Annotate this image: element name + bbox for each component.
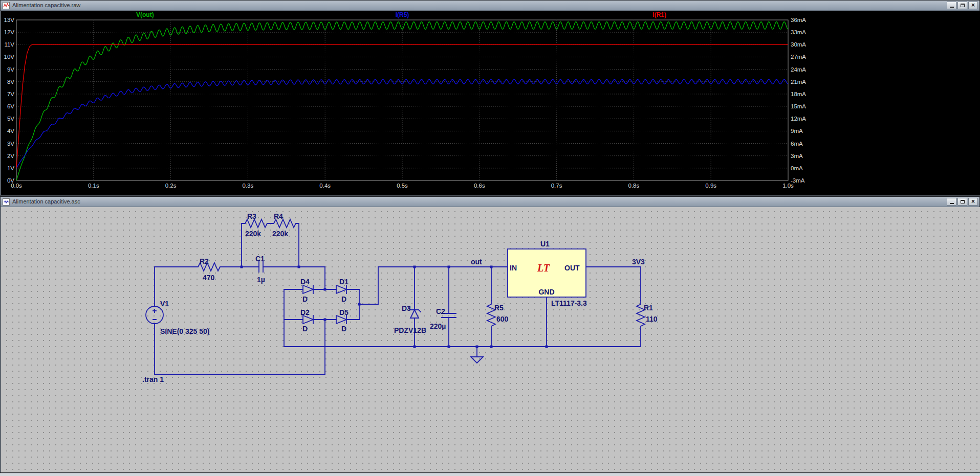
waveform-titlebar[interactable]: Alimentation capacitive.raw × — [1, 1, 979, 11]
label-d3-name[interactable]: D3 — [402, 304, 411, 312]
y-left-tick-label: 13V — [4, 17, 15, 23]
y-right-tick-label: 9mA — [791, 128, 803, 134]
trace-V(out) — [16, 22, 788, 180]
trace-label-I(R1)[interactable]: I(R1) — [652, 11, 666, 18]
label-r4-value[interactable]: 220k — [272, 230, 288, 238]
u1-pin-gnd-label: GND — [538, 288, 554, 296]
close-icon: × — [971, 3, 975, 8]
y-left-tick-label: 3V — [7, 141, 14, 147]
lt-logo: LT — [537, 262, 550, 274]
x-tick-label: 0.4s — [319, 183, 331, 189]
close-icon: × — [971, 199, 975, 205]
label-c2-value[interactable]: 220µ — [430, 322, 446, 330]
component-d2-diode[interactable] — [303, 315, 313, 324]
y-right-tick-label: -3mA — [791, 177, 805, 184]
label-c1-name[interactable]: C1 — [255, 255, 265, 263]
label-r4-name[interactable]: R4 — [274, 212, 283, 220]
label-d5-name[interactable]: D5 — [339, 308, 349, 316]
plot-area[interactable]: 0.0s0.1s0.2s0.3s0.4s0.5s0.6s0.7s0.8s0.9s… — [1, 11, 980, 195]
label-r2-value[interactable]: 470 — [203, 274, 215, 282]
y-left-tick-label: 2V — [7, 153, 14, 159]
label-r3-value[interactable]: 220k — [245, 230, 261, 238]
x-tick-label: 0.7s — [551, 183, 562, 189]
y-left-tick-label: 0V — [7, 177, 14, 184]
component-v1-voltage-source[interactable] — [146, 306, 163, 324]
label-d4-value[interactable]: D — [302, 295, 308, 303]
y-right-tick-label: 12mA — [791, 116, 806, 122]
y-right-tick-label: 33mA — [791, 29, 806, 35]
label-u1-value[interactable]: LT1117-3.3 — [551, 299, 587, 307]
y-right-tick-label: 24mA — [791, 66, 806, 73]
x-tick-label: 0.8s — [628, 183, 640, 189]
label-d5-value[interactable]: D — [341, 325, 346, 333]
y-right-tick-label: 21mA — [791, 79, 806, 85]
label-v1-value[interactable]: SINE(0 325 50) — [160, 327, 210, 335]
minimize-button[interactable] — [947, 2, 956, 9]
schematic-area[interactable]: IN OUT GND LT — [1, 207, 980, 472]
schematic-canvas[interactable]: IN OUT GND LT — [1, 207, 980, 472]
waveform-window: Alimentation capacitive.raw × 0.0s0.1s0.… — [0, 0, 980, 195]
label-c2-name[interactable]: C2 — [436, 307, 445, 315]
restore-icon — [961, 200, 965, 203]
component-u1-regulator[interactable]: IN OUT GND LT — [508, 249, 586, 297]
component-d5-diode[interactable] — [336, 315, 346, 324]
component-r4-resistor[interactable] — [270, 219, 299, 228]
y-left-tick-label: 9V — [7, 66, 14, 73]
y-left-tick-label: 5V — [7, 116, 14, 122]
plot-canvas[interactable]: 0.0s0.1s0.2s0.3s0.4s0.5s0.6s0.7s0.8s0.9s… — [1, 11, 980, 195]
ground-symbol[interactable] — [471, 357, 483, 363]
y-left-tick-label: 11V — [4, 41, 14, 48]
label-r3-name[interactable]: R3 — [247, 212, 256, 220]
label-tran-directive[interactable]: .tran 1 — [142, 375, 164, 383]
restore-button[interactable] — [957, 2, 967, 9]
label-d3-value[interactable]: PDZV12B — [394, 326, 426, 334]
label-r2-name[interactable]: R2 — [200, 257, 209, 265]
component-r2-resistor[interactable] — [194, 263, 223, 271]
component-d4-diode[interactable] — [303, 285, 313, 293]
component-d1-diode[interactable] — [336, 285, 346, 293]
u1-pin-out-label: OUT — [564, 264, 580, 272]
y-left-tick-label: 10V — [4, 54, 15, 60]
minimize-icon — [950, 3, 954, 8]
y-right-tick-label: 27mA — [791, 54, 806, 60]
y-right-tick-label: 3mA — [791, 153, 803, 159]
label-r5-value[interactable]: 600 — [496, 315, 509, 323]
label-d1-value[interactable]: D — [341, 295, 346, 303]
label-c1-value[interactable]: 1µ — [257, 276, 265, 284]
component-c1-capacitor[interactable] — [259, 262, 263, 272]
label-r1-name[interactable]: R1 — [644, 304, 653, 312]
bottom-strip — [0, 473, 980, 476]
label-r1-value[interactable]: 110 — [646, 315, 658, 323]
label-d4-name[interactable]: D4 — [300, 278, 310, 286]
label-v1-name[interactable]: V1 — [160, 300, 169, 308]
u1-pin-in-label: IN — [510, 264, 517, 272]
schematic-titlebar[interactable]: Alimentation capacitive.asc × — [1, 197, 979, 207]
label-d2-name[interactable]: D2 — [300, 308, 310, 316]
close-button[interactable]: × — [968, 2, 978, 9]
x-tick-label: 0.6s — [474, 183, 485, 189]
y-left-tick-label: 6V — [7, 103, 14, 109]
label-net-3v3[interactable]: 3V3 — [632, 258, 645, 266]
minimize-icon — [950, 199, 954, 204]
x-tick-label: 0.1s — [88, 183, 99, 189]
waveform-window-icon — [3, 2, 10, 9]
schematic-window: Alimentation capacitive.asc × — [0, 196, 980, 473]
trace-label-I(R5)[interactable]: I(R5) — [396, 11, 409, 18]
restore-button[interactable] — [957, 198, 967, 206]
close-button[interactable]: × — [968, 198, 978, 206]
label-d1-name[interactable]: D1 — [339, 278, 349, 286]
trace-label-V(out)[interactable]: V(out) — [136, 11, 154, 18]
minimize-button[interactable] — [947, 198, 956, 206]
component-r3-resistor[interactable] — [242, 219, 270, 228]
y-right-tick-label: 0mA — [791, 165, 803, 171]
label-u1-name[interactable]: U1 — [540, 240, 550, 248]
label-r5-name[interactable]: R5 — [494, 304, 504, 312]
y-left-tick-label: 12V — [4, 29, 15, 35]
y-right-tick-label: 36mA — [791, 17, 806, 23]
label-net-out[interactable]: out — [471, 258, 482, 266]
label-d2-value[interactable]: D — [302, 325, 308, 333]
waveform-window-title: Alimentation capacitive.raw — [12, 1, 80, 10]
x-tick-label: 0.5s — [397, 183, 408, 189]
trace-I(R5) — [16, 79, 788, 168]
x-tick-label: 0.2s — [165, 183, 177, 189]
